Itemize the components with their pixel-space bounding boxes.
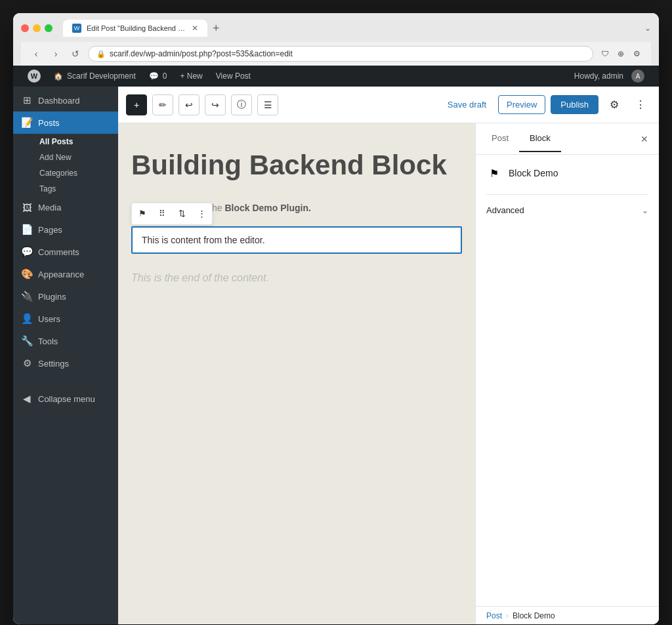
dashboard-icon: ⊞ [21,94,33,106]
sidebar-label-comments: Comments [38,247,79,257]
sidebar-item-tools[interactable]: 🔧 Tools [13,330,118,352]
sidebar-item-categories[interactable]: Categories [32,165,118,181]
preview-button[interactable]: Preview [498,95,545,114]
new-tab-button[interactable]: + [210,22,222,35]
sidebar-label-tools: Tools [38,336,58,346]
admin-bar-right: Howdy, admin A [568,70,651,83]
add-new-label: Add New [39,153,72,162]
panel-advanced-section: Advanced ⌄ [486,194,648,218]
redo-button[interactable]: ↪ [205,94,226,115]
sidebar-item-tags[interactable]: Tags [32,181,118,197]
list-view-button[interactable]: ☰ [257,94,278,115]
users-icon: 👤 [21,313,33,325]
tab-favicon: W [72,24,81,33]
back-button[interactable]: ‹ [29,47,43,61]
sidebar-item-posts[interactable]: 📝 Posts [13,111,118,134]
tags-label: Tags [39,184,56,193]
breadcrumb-post[interactable]: Post [486,611,502,620]
tab-block[interactable]: Block [519,125,561,152]
sidebar-item-settings[interactable]: ⚙ Settings [13,352,118,374]
sidebar-item-media[interactable]: 🖼 Media [13,197,118,218]
sidebar-label-pages: Pages [38,225,62,235]
sidebar-label-media: Media [38,203,61,212]
tab-title: Edit Post "Building Backend Bl... [87,24,186,32]
fullscreen-traffic-light[interactable] [45,24,52,32]
add-block-button[interactable]: + [126,94,147,115]
browser-tab-active[interactable]: W Edit Post "Building Backend Bl... ✕ [63,20,207,37]
browser-ext-icon-3[interactable]: ⚙ [630,47,643,60]
browser-chrome: W Edit Post "Building Backend Bl... ✕ + … [13,13,659,66]
block-demo-icon: ⚑ [486,165,502,181]
wp-logo-icon: W [28,70,41,83]
sidebar-item-comments[interactable]: 💬 Comments [13,241,118,263]
sidebar-item-all-posts[interactable]: All Posts [32,134,118,150]
sidebar-item-users[interactable]: 👤 Users [13,308,118,330]
url-text: scarif.dev/wp-admin/post.php?post=535&ac… [110,49,585,58]
breadcrumb-block-demo: Block Demo [513,611,555,620]
advanced-section-header[interactable]: Advanced ⌄ [486,203,648,218]
block-flag-button[interactable]: ⚑ [133,205,152,223]
address-bar[interactable]: 🔒 scarif.dev/wp-admin/post.php?post=535&… [88,46,593,62]
panel-close-button[interactable]: ✕ [635,130,654,148]
info-button[interactable]: ⓘ [231,94,252,115]
comments-count: 0 [163,71,167,81]
save-draft-button[interactable]: Save draft [441,96,493,113]
admin-bar-howdy[interactable]: Howdy, admin A [568,70,651,83]
sidebar-item-plugins[interactable]: 🔌 Plugins [13,285,118,308]
block-move-up-down[interactable]: ⇅ [173,205,191,223]
block-drag-button[interactable]: ⠿ [153,205,171,223]
tab-close-button[interactable]: ✕ [192,24,198,33]
admin-bar-wp-logo[interactable]: W [21,66,47,87]
plugins-icon: 🔌 [21,291,33,302]
sidebar-label-appearance: Appearance [38,270,84,279]
browser-ext-icon-1[interactable]: 🛡 [598,47,612,60]
advanced-chevron-icon: ⌄ [642,206,648,215]
sidebar-item-pages[interactable]: 📄 Pages [13,218,118,241]
browser-nav-icons: 🛡 ⊕ ⚙ [598,47,643,60]
sidebar-item-dashboard[interactable]: ⊞ Dashboard [13,89,118,111]
collapse-label: Collapse menu [38,394,95,404]
wp-sidebar: ⊞ Dashboard 📝 Posts All Posts Add New Ca [13,87,118,624]
view-post-label: View Post [216,71,251,81]
block-more-options[interactable]: ⋮ [192,205,211,223]
breadcrumb-separator: › [506,611,509,620]
options-button[interactable]: ⋮ [630,94,651,115]
sidebar-label-dashboard: Dashboard [38,96,80,106]
appearance-icon: 🎨 [21,268,33,280]
minimize-traffic-light[interactable] [33,24,41,32]
panel-content: ⚑ Block Demo Advanced ⌄ [476,155,659,606]
editor-content-area: Building Backend Block ...ifically for t… [118,123,659,624]
panel-tabs: Post Block ✕ [476,123,659,155]
tab-post[interactable]: Post [481,125,519,152]
sidebar-item-add-new[interactable]: Add New [32,150,118,165]
wp-editor: + ✏ ↩ ↪ ⓘ ☰ Save draft Preview Publish ⚙… [118,87,659,624]
sidebar-label-posts: Posts [38,118,60,128]
close-traffic-light[interactable] [21,24,29,32]
forward-button[interactable]: › [49,47,63,61]
browser-nav: ‹ › ↺ 🔒 scarif.dev/wp-admin/post.php?pos… [21,42,651,66]
end-text-block[interactable]: This is the end of the content. [131,272,462,284]
edit-button[interactable]: ✏ [152,94,173,115]
post-title[interactable]: Building Backend Block [131,150,462,181]
wp-main: ⊞ Dashboard 📝 Posts All Posts Add New Ca [13,87,659,624]
sidebar-menu: ⊞ Dashboard 📝 Posts All Posts Add New Ca [13,87,118,410]
admin-bar-comments[interactable]: 💬 0 [142,66,174,87]
paragraph-bold-text: Block Demo Plugin. [224,203,310,213]
browser-tabs: W Edit Post "Building Backend Bl... ✕ + [63,20,639,37]
admin-avatar: A [631,70,644,83]
custom-block[interactable]: This is content from the editor. [131,226,462,254]
categories-label: Categories [39,169,77,178]
sidebar-item-appearance[interactable]: 🎨 Appearance [13,263,118,285]
site-name-text: Scarif Development [67,71,136,81]
custom-block-inner: This is content from the editor. [131,226,462,254]
settings-gear-button[interactable]: ⚙ [604,94,625,115]
admin-bar-view-post[interactable]: View Post [209,66,257,87]
admin-bar-new[interactable]: + New [173,66,209,87]
reload-button[interactable]: ↺ [68,47,83,61]
sidebar-item-collapse[interactable]: ◀ Collapse menu [13,388,118,410]
publish-button[interactable]: Publish [551,95,598,114]
editor-panel: Post Block ✕ ⚑ Block Demo [475,123,659,624]
browser-ext-icon-2[interactable]: ⊕ [614,47,627,60]
admin-bar-site-name[interactable]: 🏠 Scarif Development [47,66,142,87]
undo-button[interactable]: ↩ [178,94,200,115]
